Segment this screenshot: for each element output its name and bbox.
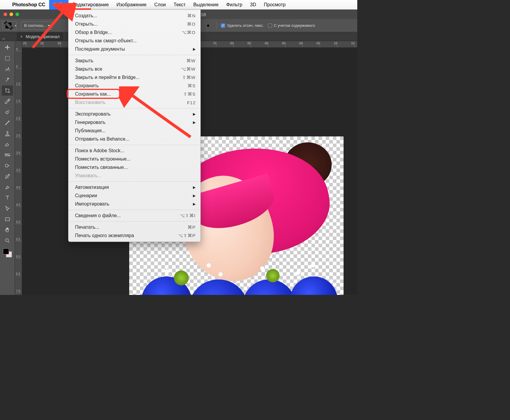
- crop-tool-preset[interactable]: ▾: [2, 21, 17, 30]
- ruler-tick: 2 0: [15, 117, 22, 120]
- menu-edit[interactable]: Редактирование: [68, 0, 113, 10]
- file-menu-item[interactable]: Поместить встроенные...: [68, 155, 200, 163]
- crop-tool[interactable]: [2, 85, 13, 96]
- ruler-tick: 5 0: [15, 220, 22, 224]
- menu-item-label: Автоматизация: [75, 185, 109, 190]
- menu-image[interactable]: Изображение: [113, 0, 150, 10]
- macos-menubar: Photoshop CC Файл Редактирование Изображ…: [0, 0, 357, 10]
- separator: [216, 21, 217, 30]
- clone-stamp-tool[interactable]: [2, 128, 13, 139]
- submenu-arrow-icon: ▶: [193, 112, 196, 116]
- menu-item-shortcut: ⌘O: [187, 21, 196, 27]
- file-menu-item[interactable]: Сведения о файле...⌥⇧⌘I: [68, 211, 200, 220]
- menu-item-label: Публикация...: [75, 128, 106, 133]
- menu-layers[interactable]: Слои: [150, 0, 170, 10]
- healing-brush-tool[interactable]: [2, 107, 13, 117]
- menu-separator: [68, 108, 200, 108]
- menu-item-label: Закрыть и перейти в Bridge...: [75, 75, 140, 80]
- pen-tool[interactable]: [2, 171, 13, 181]
- file-menu-item: Упаковать...: [68, 172, 200, 180]
- menu-item-label: Отправить на Behance...: [75, 136, 129, 142]
- file-menu-item[interactable]: Печатать...⌘P: [68, 223, 200, 231]
- menu-item-label: Импортировать: [75, 201, 109, 207]
- rectangle-tool[interactable]: [2, 214, 13, 224]
- lasso-tool[interactable]: [2, 64, 13, 74]
- file-menu-item[interactable]: Поместить связанные...: [68, 163, 200, 172]
- close-tab-icon[interactable]: ×: [20, 34, 23, 39]
- zoom-tool[interactable]: [2, 236, 13, 246]
- eraser-tool[interactable]: [2, 139, 13, 149]
- ruler-tick: 5: [15, 65, 22, 69]
- menu-3d[interactable]: 3D: [246, 0, 260, 10]
- marquee-tool[interactable]: [2, 53, 13, 63]
- file-menu-item[interactable]: Импортировать▶: [68, 200, 200, 208]
- menu-item-label: Сохранить как...: [75, 91, 111, 97]
- menu-item-label: Сведения о файле...: [75, 213, 121, 218]
- freeform-pen-tool[interactable]: [2, 182, 13, 192]
- app-menu[interactable]: Photoshop CC: [8, 0, 49, 10]
- file-menu-item[interactable]: Открыть...⌘O: [68, 20, 200, 28]
- ruler-tick: 30: [57, 42, 61, 47]
- menu-separator: [68, 221, 200, 222]
- magic-wand-tool[interactable]: [2, 75, 13, 85]
- menu-item-label: Открыть...: [75, 21, 98, 27]
- content-aware-checkbox[interactable]: С учетом содержимого: [268, 23, 315, 28]
- ruler-tick: 6 0: [15, 255, 22, 259]
- submenu-arrow-icon: ▶: [193, 202, 196, 206]
- ruler-tick: 95: [281, 42, 286, 47]
- eyedropper-tool[interactable]: [2, 96, 13, 106]
- menu-item-label: Печатать...: [75, 225, 99, 230]
- file-menu-item[interactable]: Обзор в Bridge...⌥⌘O: [68, 28, 200, 37]
- move-tool[interactable]: [2, 43, 13, 53]
- file-menu-item[interactable]: Создать...⌘N: [68, 12, 200, 20]
- ruler-tick: 2 5: [15, 134, 22, 138]
- ruler-tick: 75: [212, 42, 216, 47]
- file-menu-item[interactable]: Закрыть все⌥⌘W: [68, 65, 200, 73]
- delete-cropped-checkbox[interactable]: ✓ Удалить отсеч. пикс.: [221, 23, 264, 28]
- content-aware-label: С учетом содержимого: [274, 23, 315, 28]
- color-swatches[interactable]: [3, 248, 12, 257]
- file-menu-item[interactable]: Сценарии▶: [68, 192, 200, 200]
- file-menu-item[interactable]: Сохранить как...⇧⌘S: [68, 90, 200, 98]
- document-tab[interactable]: × Модель оригинал: [17, 32, 63, 41]
- delete-cropped-label: Удалить отсеч. пикс.: [227, 23, 264, 28]
- svg-point-5: [5, 239, 8, 242]
- menu-type[interactable]: Текст: [170, 0, 189, 10]
- file-menu-item[interactable]: Сохранить⌘S: [68, 82, 200, 90]
- file-menu-item[interactable]: Поиск в Adobe Stock...: [68, 147, 200, 155]
- minimize-window-icon[interactable]: [10, 13, 13, 16]
- menu-view[interactable]: Просмотр: [260, 0, 289, 10]
- file-menu-item[interactable]: Печать одного экземпляра⌥⇧⌘P: [68, 231, 200, 240]
- zoom-window-icon[interactable]: [15, 13, 19, 16]
- menu-item-label: Обзор в Bridge...: [75, 30, 112, 35]
- submenu-arrow-icon: ▶: [193, 194, 196, 198]
- file-menu-item[interactable]: Открыть как смарт-объект...: [68, 37, 200, 45]
- file-menu-item[interactable]: Отправить на Behance...: [68, 135, 200, 143]
- submenu-arrow-icon: ▶: [193, 185, 196, 189]
- file-menu-item[interactable]: Публикация...: [68, 127, 200, 135]
- hand-tool[interactable]: [2, 225, 13, 235]
- file-menu-item[interactable]: Генерировать▶: [68, 118, 200, 127]
- close-window-icon[interactable]: [4, 13, 7, 16]
- file-menu-item[interactable]: Закрыть⌘W: [68, 57, 200, 65]
- menu-item-shortcut: ⌘P: [188, 225, 196, 230]
- menu-file[interactable]: Файл: [49, 0, 68, 10]
- crop-ratio-combo[interactable]: В соотнош...: [21, 21, 52, 30]
- type-tool[interactable]: [2, 193, 13, 203]
- gradient-tool[interactable]: [2, 150, 13, 160]
- file-menu-item[interactable]: Автоматизация▶: [68, 183, 200, 192]
- menu-item-shortcut: ⌘N: [187, 13, 196, 18]
- menu-separator: [68, 55, 200, 55]
- brush-tool[interactable]: [2, 118, 13, 128]
- path-selection-tool[interactable]: [2, 203, 13, 214]
- menu-filter[interactable]: Фильтр: [222, 0, 246, 10]
- crop-settings-button[interactable]: [204, 21, 212, 30]
- file-menu-item[interactable]: Последние документы▶: [68, 45, 200, 53]
- menu-select[interactable]: Выделение: [189, 0, 222, 10]
- file-menu-item[interactable]: Закрыть и перейти в Bridge...⇧⌘W: [68, 73, 200, 82]
- expand-panels-icon[interactable]: ››: [2, 37, 5, 41]
- menu-item-shortcut: ⌥⌘W: [181, 66, 196, 72]
- left-toolbar: [0, 41, 15, 295]
- file-menu-item[interactable]: Экспортировать▶: [68, 110, 200, 118]
- dodge-tool[interactable]: [2, 161, 13, 171]
